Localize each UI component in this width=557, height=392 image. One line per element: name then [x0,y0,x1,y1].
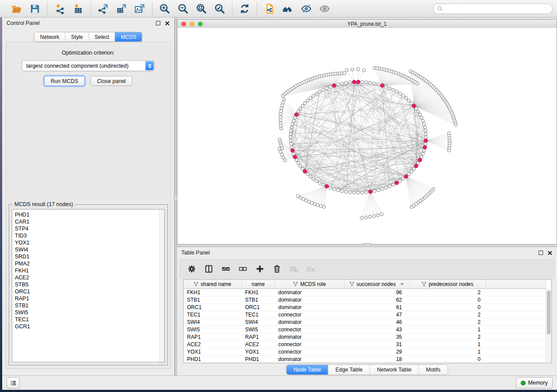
network-canvas[interactable] [177,28,557,244]
close-panel-button[interactable]: Close panel [90,76,132,86]
network-node[interactable] [424,142,427,145]
satellite-node[interactable] [283,159,286,162]
network-node[interactable] [312,94,315,97]
cell-name[interactable]: ORC1 [242,304,275,311]
satellite-node[interactable] [282,156,285,159]
cell-shared-name[interactable]: FKH1 [183,289,242,296]
network-node[interactable] [345,190,348,193]
network-node[interactable] [290,142,293,145]
open-file-icon[interactable] [11,3,22,14]
satellite-node[interactable] [313,203,316,206]
cell-shared-name[interactable]: TEC1 [183,311,242,319]
satellite-node[interactable] [322,205,325,208]
network-node[interactable] [290,126,293,129]
tab-style[interactable]: Style [65,32,89,41]
column-header-successor-nodes[interactable]: successor nodes [344,280,409,289]
network-node[interactable] [325,87,328,90]
table-row[interactable]: ORC1ORC1dominator610 [183,304,546,311]
tab-network[interactable]: Network [35,32,65,41]
satellite-node[interactable] [372,215,375,218]
network-node[interactable] [301,104,304,107]
export-table-icon[interactable] [116,3,127,14]
network-node[interactable] [299,165,302,168]
cell-successor-nodes[interactable]: 43 [344,326,409,334]
table-row[interactable]: ACE2ACE2connector311 [183,341,546,348]
satellite-node[interactable] [278,138,281,141]
column-header-predecessor-nodes[interactable]: predecessor nodes [409,280,486,289]
cell-predecessor-nodes[interactable]: 1 [409,341,486,348]
network-node[interactable] [388,87,391,90]
cell-name[interactable]: RAP1 [242,334,275,341]
mcds-node-item[interactable]: TID3 [15,232,164,239]
network-node[interactable] [361,191,364,194]
network-node[interactable] [292,152,295,155]
satellite-node[interactable] [454,123,457,126]
satellite-node[interactable] [279,113,282,116]
satellite-node[interactable] [360,217,363,220]
mcds-node-item[interactable]: STB5 [15,281,164,288]
satellite-node[interactable] [316,203,319,206]
network-node[interactable] [349,191,352,194]
satellite-node[interactable] [363,69,366,72]
satellite-node[interactable] [296,195,299,198]
network-node[interactable] [353,191,356,194]
close-panel-icon[interactable]: ✕ [164,20,170,27]
search-field[interactable] [433,3,553,14]
network-node[interactable] [420,116,423,119]
mcds-node[interactable] [291,149,294,153]
mcds-node[interactable] [352,80,356,84]
network-node[interactable] [315,179,318,182]
table-row[interactable]: SWI5SWI5connector431 [183,326,546,334]
add-row-icon[interactable] [256,265,264,273]
network-node[interactable] [340,189,343,193]
zoom-out-icon[interactable] [177,3,189,14]
mcds-node-item[interactable]: GCR1 [15,323,164,330]
satellite-node[interactable] [345,69,348,72]
float-panel-icon[interactable] [156,21,160,25]
cell-predecessor-nodes[interactable]: 1 [409,348,486,356]
cell-shared-name[interactable]: SWI5 [183,326,242,334]
cell-MCDS-role[interactable]: connector [275,348,344,356]
cell-successor-nodes[interactable]: 31 [344,341,409,348]
tab-node-table[interactable]: Node Table [287,365,328,375]
window-close-icon[interactable] [181,21,186,26]
cell-predecessor-nodes[interactable]: 0 [409,296,486,304]
network-node[interactable] [322,183,325,186]
window-minimize-icon[interactable] [190,21,194,26]
network-node[interactable] [306,99,309,102]
satellite-node[interactable] [310,201,313,204]
tab-network-table[interactable]: Network Table [370,365,419,375]
cell-name[interactable]: SWI5 [242,326,275,334]
cell-MCDS-role[interactable]: dominator [275,356,344,363]
cell-shared-name[interactable]: RAP1 [183,334,242,341]
cell-predecessor-nodes[interactable]: 0 [409,356,486,363]
cell-successor-nodes[interactable]: 47 [344,311,409,319]
satellite-node[interactable] [279,150,282,153]
network-node[interactable] [365,81,368,84]
network-node[interactable] [289,132,292,135]
network-node[interactable] [398,92,401,95]
satellite-node[interactable] [280,144,283,147]
satellite-node[interactable] [380,213,383,216]
cell-successor-nodes[interactable]: 96 [344,289,409,296]
cell-shared-name[interactable]: STB1 [183,296,242,304]
show-all-icon[interactable] [319,3,330,14]
network-node[interactable] [349,81,352,84]
satellite-node[interactable] [376,214,379,217]
mcds-node[interactable] [303,169,307,173]
export-image-icon[interactable] [134,3,145,14]
network-node[interactable] [373,189,376,193]
cell-successor-nodes[interactable]: 29 [344,348,409,356]
cell-name[interactable]: STB1 [242,296,275,304]
window-zoom-icon[interactable] [198,21,203,26]
network-node[interactable] [410,170,413,173]
network-node[interactable] [419,113,422,116]
network-node[interactable] [309,175,312,178]
network-node[interactable] [392,183,395,186]
cell-predecessor-nodes[interactable]: 2 [409,334,486,341]
network-node[interactable] [312,177,315,180]
satellite-node[interactable] [279,141,282,144]
mcds-node-item[interactable]: PMA2 [15,260,164,267]
cell-name[interactable]: PHD1 [242,356,275,363]
network-node[interactable] [292,119,295,122]
